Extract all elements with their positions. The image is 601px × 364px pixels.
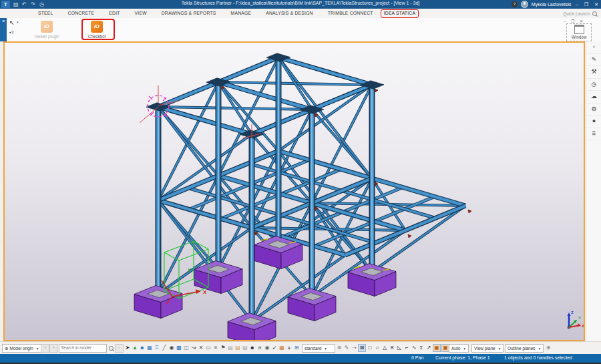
model-viewport[interactable]: YXZYX bbox=[3, 41, 585, 341]
snap-switch-icon[interactable]: □ bbox=[367, 344, 373, 352]
idea-statica-icon: IO bbox=[41, 21, 53, 33]
selection-switch-icon[interactable]: ⊞ bbox=[293, 344, 300, 352]
selection-switch-icon[interactable]: ↙ bbox=[271, 344, 278, 352]
steel-frame-model[interactable]: YXZYX bbox=[134, 53, 584, 340]
snap-switch-icon[interactable]: ↗ bbox=[425, 344, 432, 352]
checkbot-highlight-box bbox=[81, 19, 115, 40]
menu-tab-view[interactable]: VIEW bbox=[128, 9, 154, 18]
window-button[interactable]: Window bbox=[566, 23, 592, 41]
selection-switch-icon[interactable]: ≡ bbox=[212, 344, 219, 352]
selection-switch-icon[interactable]: ▭ bbox=[205, 344, 212, 352]
menu-tab-idea-statica[interactable]: IDEA STATICA bbox=[381, 9, 419, 19]
menu-tab-drawings-reports[interactable]: DRAWINGS & REPORTS bbox=[154, 9, 224, 18]
visibility-icon[interactable]: ⊕ bbox=[545, 344, 552, 352]
quick-help-button[interactable]: ▪? bbox=[9, 30, 13, 35]
snap-switch-icon[interactable]: ⊠ bbox=[358, 344, 366, 352]
select-cursor-icon[interactable]: ↖ bbox=[9, 19, 15, 26]
menu-tab-analysis-design[interactable]: ANALYSIS & DESIGN bbox=[258, 9, 321, 18]
quick-launch-input[interactable]: Quick Launch bbox=[527, 10, 597, 17]
outline-planes-label: Outline planes bbox=[508, 346, 536, 351]
title-bar: T Tekla Structures Partner - F:\idea_sta… bbox=[0, 0, 601, 9]
menu-tab-steel[interactable]: STEEL bbox=[31, 9, 61, 18]
history-icon[interactable]: ◷ bbox=[39, 1, 44, 8]
snap-switch-icon[interactable]: ▣ bbox=[433, 344, 441, 352]
chevron-down-icon[interactable]: ▾ bbox=[17, 20, 19, 24]
selection-switch-icon[interactable]: ▤ bbox=[227, 344, 234, 352]
help-icon[interactable]: ? bbox=[512, 1, 518, 7]
selection-switch-icon[interactable]: ◫ bbox=[183, 344, 190, 352]
selection-switch-icon[interactable]: ➤ bbox=[124, 344, 131, 352]
search-icon[interactable] bbox=[592, 11, 597, 16]
selection-switch-icon[interactable]: ■ bbox=[139, 344, 146, 352]
selection-switch-icon[interactable]: ⠿ bbox=[154, 344, 160, 352]
settings-icon[interactable]: ⚙ bbox=[586, 104, 601, 116]
view-plane-dropdown[interactable]: View plane ▼ bbox=[471, 344, 504, 353]
origin-icon: ⊕ bbox=[5, 346, 8, 351]
maximize-button[interactable]: ❐ bbox=[583, 0, 590, 9]
hamburger-menu[interactable]: ≡ bbox=[0, 18, 7, 41]
selection-switch-icon[interactable]: ⚑ bbox=[220, 344, 226, 352]
selection-switch-icon[interactable]: ■ bbox=[249, 344, 256, 352]
apps-icon[interactable]: ⠿ bbox=[586, 128, 601, 141]
search-icon[interactable] bbox=[109, 346, 114, 351]
title-bar-right: ? Mykola Lastovetski – ❐ ✕ bbox=[512, 0, 600, 9]
user-avatar[interactable] bbox=[521, 1, 528, 8]
world-icon[interactable]: ● bbox=[586, 116, 601, 128]
selection-switch-icon[interactable]: ▲ bbox=[132, 344, 138, 352]
model-3d-view[interactable]: YXZYX bbox=[5, 43, 584, 340]
undo-icon[interactable]: ↶ bbox=[22, 1, 27, 8]
selection-switch-icon[interactable]: ▲ bbox=[286, 344, 292, 352]
selection-switch-icon[interactable]: ▦ bbox=[146, 344, 153, 352]
snap-setting-icon[interactable]: ⊛ bbox=[336, 344, 343, 352]
selection-switch-icon[interactable]: ╱ bbox=[161, 344, 168, 352]
menu-tab-concrete[interactable]: CONCRETE bbox=[61, 9, 102, 18]
svg-text:Z: Z bbox=[571, 311, 574, 315]
status-bar: 0 Pan Current phase: 1, Phase 1 1 object… bbox=[0, 354, 601, 363]
search-filter-button[interactable]: ▫ bbox=[115, 344, 124, 353]
view-window-controls[interactable]: – ❐ ✕ bbox=[564, 19, 585, 23]
measure-icon[interactable]: ✎ bbox=[586, 54, 601, 67]
snap-switch-icon[interactable]: ∿ bbox=[411, 344, 417, 352]
snap-switch-icon[interactable]: △ bbox=[381, 344, 388, 352]
history-icon[interactable]: ◷ bbox=[586, 79, 601, 92]
svg-text:X: X bbox=[203, 289, 207, 295]
selection-switch-icon[interactable]: ▦ bbox=[278, 344, 285, 352]
selection-switch-icon[interactable]: ▤ bbox=[234, 344, 241, 352]
snap-setting-icon[interactable]: ⇢ bbox=[351, 344, 357, 352]
snap-setting-icon[interactable]: ✎ bbox=[343, 344, 350, 352]
model-origin-dropdown[interactable]: ⊕ Model origin ▼ bbox=[2, 344, 41, 353]
selection-switch-icon[interactable]: π bbox=[256, 344, 263, 352]
auto-dropdown[interactable]: Auto ▼ bbox=[449, 344, 469, 353]
components-icon[interactable]: ⚒ bbox=[586, 66, 601, 79]
snap-switch-icon[interactable]: ◺ bbox=[396, 344, 403, 352]
search-input[interactable] bbox=[59, 345, 105, 351]
save-icon[interactable]: ▤ bbox=[13, 1, 19, 8]
viewer-plugin-button[interactable]: IO Viewer plugin bbox=[33, 21, 60, 39]
selection-switch-icon[interactable]: ✕ bbox=[198, 344, 204, 352]
snap-switch-icon[interactable]: Σ bbox=[418, 344, 425, 352]
svg-text:Y: Y bbox=[578, 316, 581, 320]
coord-lock-button[interactable]: + bbox=[41, 344, 49, 353]
snap-switch-icon[interactable]: ○ bbox=[374, 344, 381, 352]
snap-switch-icon[interactable]: ✕ bbox=[389, 344, 395, 352]
selection-switch-icon[interactable]: ▤ bbox=[242, 344, 248, 352]
menu-tab-manage[interactable]: MANAGE bbox=[224, 9, 259, 18]
selection-switch-icon[interactable]: ↝ bbox=[190, 344, 197, 352]
redo-icon[interactable]: ↷ bbox=[31, 1, 35, 8]
cloud-icon[interactable]: ☁ bbox=[586, 91, 601, 104]
standard-dropdown[interactable]: standard ▼ bbox=[302, 344, 335, 353]
close-button[interactable]: ✕ bbox=[593, 0, 600, 9]
selection-switch-icon[interactable]: ▩ bbox=[176, 344, 182, 352]
selection-switch-icon[interactable]: ◉ bbox=[168, 344, 175, 352]
snap-switch-icon[interactable]: ⌐ bbox=[403, 344, 410, 352]
selection-switch-icon[interactable]: ◉ bbox=[264, 344, 270, 352]
coord-lock-button[interactable]: + bbox=[49, 344, 58, 353]
menu-tab-trimble-connect[interactable]: TRIMBLE CONNECT bbox=[321, 9, 381, 18]
snapping-toolbar: ⊕ Model origin ▼ + + ▫ ➤▲■▦⠿╱◉▩◫↝✕▭≡⚑▤▤▤… bbox=[0, 341, 601, 355]
chevron-down-icon: ▼ bbox=[538, 347, 541, 351]
collapse-panel-icon[interactable]: ‹ bbox=[586, 41, 601, 54]
menu-tab-edit[interactable]: EDIT bbox=[102, 9, 127, 18]
minimize-button[interactable]: – bbox=[574, 0, 580, 9]
outline-planes-dropdown[interactable]: Outline planes ▼ bbox=[505, 344, 544, 353]
snap-switches: ⊠□○△✕◺⌐∿Σ↗▣▣ bbox=[358, 344, 449, 352]
